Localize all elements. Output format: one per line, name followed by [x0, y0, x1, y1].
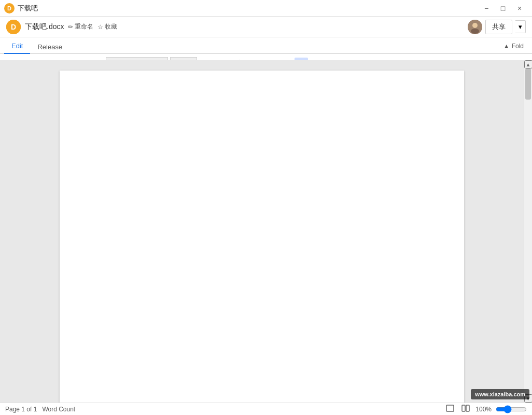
page-info: Page 1 of 1: [5, 406, 37, 413]
titlebar-title: 下载吧: [18, 4, 38, 13]
doc-title: 下载吧.docx: [25, 22, 64, 32]
app-icon: D: [4, 3, 15, 13]
rename-action[interactable]: ✏ 重命名: [68, 22, 93, 31]
watermark: www.xiazaiba.com: [471, 389, 529, 399]
status-left: Page 1 of 1 Word Count: [5, 406, 75, 413]
scrollbar-track[interactable]: [524, 68, 532, 394]
fold-button[interactable]: ▲ Fold: [499, 39, 528, 53]
header-bar: D 下载吧.docx ✏ 重命名 ☆ 收藏 共享 ▾: [0, 17, 532, 37]
maximize-button[interactable]: □: [495, 3, 511, 13]
word-count: Word Count: [42, 406, 75, 413]
watermark-text: www.xiazaiba.com: [471, 389, 529, 399]
share-button[interactable]: 共享: [485, 20, 512, 34]
svg-point-3: [472, 23, 478, 28]
window-controls: − □ ×: [478, 3, 528, 13]
status-right: 100%: [444, 405, 527, 413]
header-right: 共享 ▾: [468, 20, 526, 34]
tabs-bar: Edit Release ▲ Fold: [0, 37, 532, 54]
favorite-action[interactable]: ☆ 收藏: [97, 22, 117, 31]
svg-rect-24: [446, 405, 454, 411]
svg-text:D: D: [11, 23, 16, 31]
titlebar: D 下载吧 − □ ×: [0, 0, 532, 17]
zoom-level: 100%: [475, 406, 492, 413]
tabs-left: Edit Release: [4, 38, 69, 53]
star-icon: ☆: [97, 23, 103, 31]
share-dropdown-button[interactable]: ▾: [515, 20, 526, 33]
right-scrollbar: ▲ ▼: [524, 60, 532, 403]
avatar: [468, 20, 482, 34]
header-left: D 下载吧.docx ✏ 重命名 ☆ 收藏: [6, 20, 117, 34]
svg-point-4: [471, 29, 479, 34]
tab-edit[interactable]: Edit: [4, 39, 30, 54]
pencil-icon: ✏: [68, 23, 73, 31]
page-view-button[interactable]: [444, 405, 456, 413]
svg-rect-25: [462, 405, 465, 411]
page-view-icon: [446, 405, 454, 413]
zoom-slider[interactable]: [496, 405, 527, 413]
main-area: [0, 60, 524, 403]
fold-icon: ▲: [503, 43, 510, 50]
scroll-up-arrow[interactable]: ▲: [524, 60, 533, 68]
scrollbar-thumb[interactable]: [525, 68, 531, 100]
minimize-button[interactable]: −: [478, 3, 495, 13]
tab-release[interactable]: Release: [30, 40, 69, 54]
status-bar: Page 1 of 1 Word Count 100%: [0, 403, 532, 415]
document-page[interactable]: [60, 71, 464, 403]
read-view-button[interactable]: [460, 405, 471, 413]
close-button[interactable]: ×: [511, 3, 528, 13]
doc-logo: D: [6, 20, 21, 34]
svg-rect-26: [466, 405, 469, 411]
titlebar-left: D 下载吧: [4, 3, 38, 13]
read-view-icon: [461, 405, 470, 413]
